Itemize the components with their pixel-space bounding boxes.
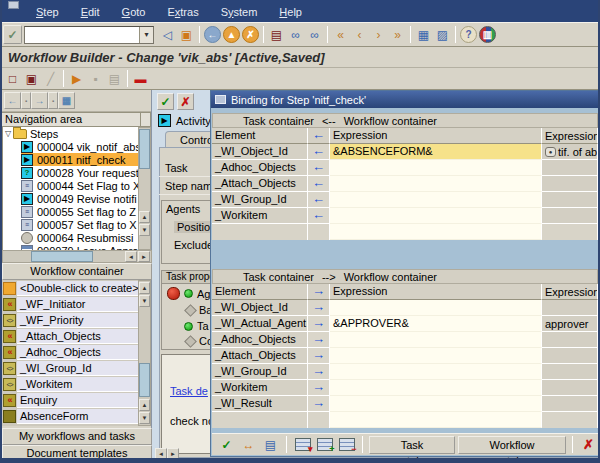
tree-scroll-down-icon[interactable]: ▼ xyxy=(139,224,150,236)
menu-item-goto[interactable]: Goto xyxy=(122,6,146,18)
generate-icon[interactable]: ▬ xyxy=(131,69,150,88)
next-page-icon[interactable]: › xyxy=(369,25,388,44)
copy-icon[interactable]: ▣ xyxy=(22,69,41,88)
append-line-icon[interactable]: + xyxy=(315,435,334,454)
expression-cell[interactable] xyxy=(330,332,542,348)
property-row[interactable]: Ta xyxy=(184,320,209,332)
container-vertical-scrollbar[interactable]: ▲ ▼ ▲ ▼ xyxy=(138,280,151,426)
container-item[interactable]: «_Adhoc_Objects xyxy=(2,344,139,360)
container-item[interactable]: <>_Workitem xyxy=(2,376,139,392)
container-item[interactable]: «Enquiry xyxy=(2,392,139,408)
confirm-icon[interactable]: ✓ xyxy=(217,435,236,454)
property-row[interactable]: Co xyxy=(186,335,213,347)
container-scroll-down-icon[interactable]: ▼ xyxy=(139,295,150,307)
find-icon[interactable]: ∞ xyxy=(286,25,305,44)
disabled-b-icon[interactable]: ▤ xyxy=(105,69,124,88)
step-forward-icon[interactable]: → xyxy=(31,92,48,109)
nav-back-icon[interactable]: ← xyxy=(204,26,221,43)
insert-line-icon[interactable]: ▾ xyxy=(293,435,312,454)
container-scroll-up2-icon[interactable]: ▲ xyxy=(139,399,150,411)
tree-step-row[interactable]: ?000028Your request xyxy=(3,166,139,179)
back-icon[interactable]: ◁ xyxy=(158,25,177,44)
cancel-step-button[interactable]: ✗ xyxy=(177,93,194,110)
binding-dialog-titlebar[interactable]: Binding for Step 'nitf_check' xyxy=(211,91,599,108)
nav-cancel-icon[interactable]: ✗ xyxy=(242,26,259,43)
first-page-icon[interactable]: « xyxy=(331,25,350,44)
container-scroll-up-icon[interactable]: ▲ xyxy=(139,282,150,294)
menu-item-help[interactable]: Help xyxy=(279,6,302,18)
back-history-icon[interactable]: ▪ xyxy=(21,92,31,109)
new-session-icon[interactable]: ▦ xyxy=(414,25,433,44)
confirm-step-button[interactable]: ✓ xyxy=(157,93,174,110)
expression-cell[interactable] xyxy=(330,176,542,192)
expression-cell[interactable] xyxy=(330,396,542,412)
print-icon[interactable]: ▤ xyxy=(267,25,286,44)
my-workflows-button[interactable]: My workflows and tasks xyxy=(2,428,152,445)
container-scroll-thumb[interactable] xyxy=(139,363,150,397)
container-item[interactable]: <>_WI_Group_Id xyxy=(2,360,139,376)
tree-step-row[interactable]: ≡000057Set flag to X xyxy=(3,218,139,231)
tree-vertical-scrollbar[interactable]: ▲ ▼ xyxy=(138,127,151,250)
tree-step-row[interactable]: ▶000004vik_notif_abs xyxy=(3,140,139,153)
window-restore-icon[interactable] xyxy=(8,1,19,9)
expander-icon[interactable]: ▽ xyxy=(3,129,13,138)
tree-step-row[interactable]: ▶000049Revise notifi xyxy=(3,192,139,205)
expression-cell[interactable] xyxy=(330,160,542,176)
tree-root-row[interactable]: ▽Steps xyxy=(3,127,139,140)
expression-cell[interactable]: &ABSENCEFORM& xyxy=(330,144,542,160)
container-item[interactable]: AbsenceForm xyxy=(2,408,139,424)
tree-horizontal-scrollbar[interactable]: ◄ ► xyxy=(2,250,152,263)
binding-overview-icon[interactable]: ↔ xyxy=(239,435,258,454)
customize-icon[interactable]: ▥ xyxy=(479,26,496,43)
menu-item-edit[interactable]: Edit xyxy=(81,6,100,18)
menu-item-step[interactable]: Step xyxy=(36,6,59,18)
container-item[interactable]: «_Attach_Objects xyxy=(2,328,139,344)
tree-scroll-left-icon[interactable]: ◄ xyxy=(125,251,137,262)
save-icon[interactable]: ▣ xyxy=(177,25,196,44)
workflow-container-header[interactable]: Workflow container xyxy=(2,263,152,280)
change-icon[interactable]: ╱ xyxy=(41,69,60,88)
container-item[interactable]: <>_WF_Priority xyxy=(2,312,139,328)
forward-history-icon[interactable]: ▪ xyxy=(48,92,58,109)
help-icon[interactable]: ? xyxy=(460,26,477,43)
test-icon[interactable]: ▶ xyxy=(67,69,86,88)
property-row[interactable]: Ba xyxy=(186,304,212,316)
expression-cell[interactable] xyxy=(330,364,542,380)
close-icon[interactable]: ✗ xyxy=(579,435,598,454)
expression-cell[interactable] xyxy=(330,208,542,224)
menu-item-system[interactable]: System xyxy=(221,6,258,18)
tree-scroll-right-icon[interactable]: ► xyxy=(138,251,150,262)
task-description-link[interactable]: Task de xyxy=(170,385,208,397)
expression-cell[interactable] xyxy=(330,192,542,208)
disabled-a-icon[interactable]: ▪ xyxy=(86,69,105,88)
tree-step-row[interactable]: ▶000011nitf_check xyxy=(3,153,139,166)
graphic-overview-icon[interactable]: ▦ xyxy=(58,92,75,109)
tree-scroll-up-icon[interactable]: ▲ xyxy=(139,211,150,223)
command-history-icon[interactable]: ▾ xyxy=(139,27,153,43)
expression-cell[interactable] xyxy=(330,300,542,316)
tree-hscroll-thumb[interactable] xyxy=(31,251,93,262)
find-next-icon[interactable]: ∞ xyxy=(305,25,324,44)
expression-cell[interactable] xyxy=(330,348,542,364)
tree-step-row[interactable]: ≡000044Set Flag to X xyxy=(3,179,139,192)
menu-item-extras[interactable]: Extras xyxy=(167,6,198,18)
tree-step-row[interactable]: 000064Resubmissi xyxy=(3,231,139,244)
workflow-container-button[interactable]: Workflow container xyxy=(458,436,566,454)
shortcut-icon[interactable]: ▨ xyxy=(433,25,452,44)
container-scroll-down2-icon[interactable]: ▼ xyxy=(139,412,150,424)
agents-tab[interactable]: Agents xyxy=(166,203,200,215)
container-item[interactable]: «_WF_Initiator xyxy=(2,296,139,312)
agent-property-row[interactable]: Ag xyxy=(167,287,210,300)
delete-line-icon[interactable]: − xyxy=(337,435,356,454)
prev-page-icon[interactable]: ‹ xyxy=(350,25,369,44)
expression-cell[interactable] xyxy=(330,380,542,396)
expression-cell[interactable]: &APPROVER& xyxy=(330,316,542,332)
enter-button[interactable]: ✓ xyxy=(3,25,22,44)
check-icon[interactable]: ▤ xyxy=(261,435,280,454)
command-field[interactable] xyxy=(25,28,137,42)
tree-step-row[interactable]: ≡000055Set flag to Z xyxy=(3,205,139,218)
nav-exit-icon[interactable]: ▲ xyxy=(223,26,240,43)
tree-scroll-thumb[interactable] xyxy=(139,129,150,169)
step-back-icon[interactable]: ← xyxy=(4,92,21,109)
create-icon[interactable]: □ xyxy=(3,69,22,88)
